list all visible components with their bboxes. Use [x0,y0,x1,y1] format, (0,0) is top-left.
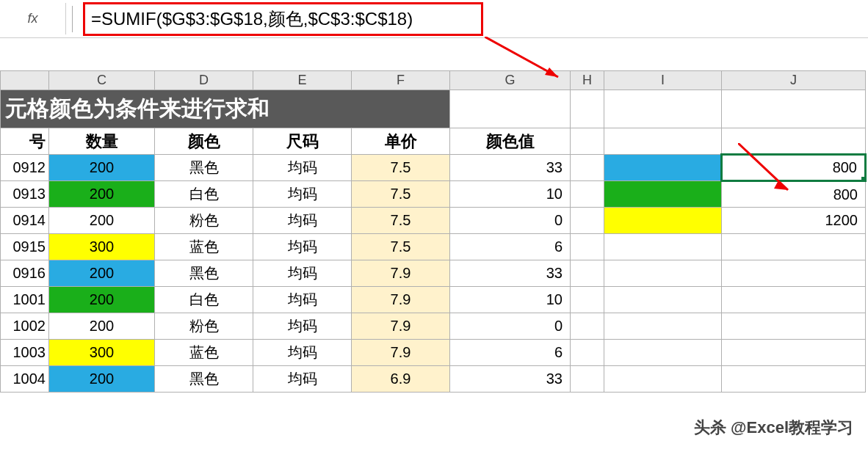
cell-qty[interactable]: 300 [49,234,155,260]
hdr-id[interactable]: 号 [1,128,49,155]
cell[interactable] [604,287,722,313]
cell-qty[interactable]: 200 [49,313,155,340]
colhdr-H[interactable]: H [571,71,604,90]
cell[interactable] [571,208,604,234]
cell-id[interactable]: 1004 [1,366,49,393]
cell-qty[interactable]: 200 [49,208,155,234]
cell-price[interactable]: 7.5 [352,155,450,181]
hdr-price[interactable]: 单价 [352,128,450,155]
cell-price[interactable]: 7.5 [352,181,450,208]
cell-price[interactable]: 7.5 [352,208,450,234]
colhdr-F[interactable]: F [352,71,450,90]
cell-price[interactable]: 7.9 [352,260,450,287]
cell-size[interactable]: 均码 [253,208,352,234]
hdr-color[interactable]: 颜色 [155,128,253,155]
color-swatch[interactable] [604,208,722,234]
sum-result-cell[interactable]: 800 [722,155,866,181]
hdr-cval[interactable]: 颜色值 [450,128,571,155]
cell[interactable] [604,340,722,366]
cell-id[interactable]: 1003 [1,340,49,366]
cell[interactable] [571,366,604,393]
cell[interactable] [604,90,722,128]
cell[interactable] [604,366,722,393]
cell[interactable] [571,234,604,260]
cell[interactable] [722,366,866,393]
cell-cval[interactable]: 10 [450,181,571,208]
cell-size[interactable]: 均码 [253,313,352,340]
cell[interactable] [571,340,604,366]
spreadsheet-grid[interactable]: C D E F G H I J 元格颜色为条件来进行求和 号 数量 颜色 尺码 … [0,70,868,393]
cell-qty[interactable]: 200 [49,287,155,313]
cell-color[interactable]: 黑色 [155,366,253,393]
cell-price[interactable]: 7.5 [352,234,450,260]
cell-color[interactable]: 黑色 [155,260,253,287]
cell[interactable] [604,234,722,260]
cell-color[interactable]: 粉色 [155,313,253,340]
cell[interactable] [722,90,866,128]
sum-result-cell[interactable]: 1200 [722,208,866,234]
colhdr-I[interactable]: I [604,71,722,90]
cell-color[interactable]: 白色 [155,181,253,208]
cell-color[interactable]: 黑色 [155,155,253,181]
formula-input[interactable]: =SUMIF($G$3:$G$18,颜色,$C$3:$C$18) [83,2,483,36]
colhdr-G[interactable]: G [450,71,571,90]
colhdr-E[interactable]: E [253,71,352,90]
cell-qty[interactable]: 200 [49,181,155,208]
cell-qty[interactable]: 300 [49,340,155,366]
cell-cval[interactable]: 10 [450,287,571,313]
cell-cval[interactable]: 6 [450,340,571,366]
cell[interactable] [604,313,722,340]
cell-qty[interactable]: 200 [49,155,155,181]
cell-cval[interactable]: 0 [450,313,571,340]
cell-price[interactable]: 7.9 [352,340,450,366]
cell-qty[interactable]: 200 [49,260,155,287]
cell[interactable] [571,313,604,340]
cell-size[interactable]: 均码 [253,181,352,208]
cell[interactable] [571,260,604,287]
cell[interactable] [571,90,604,128]
cell-qty[interactable]: 200 [49,366,155,393]
cell-price[interactable]: 7.9 [352,313,450,340]
cell-size[interactable]: 均码 [253,340,352,366]
cell[interactable] [722,340,866,366]
cell-size[interactable]: 均码 [253,234,352,260]
cell-cval[interactable]: 0 [450,208,571,234]
cell[interactable] [604,128,722,155]
cell[interactable] [450,90,571,128]
cell-color[interactable]: 白色 [155,287,253,313]
cell-size[interactable]: 均码 [253,287,352,313]
cell[interactable] [722,234,866,260]
cell-price[interactable]: 6.9 [352,366,450,393]
cell-size[interactable]: 均码 [253,260,352,287]
cell-color[interactable]: 蓝色 [155,340,253,366]
cell-id[interactable]: 0912 [1,155,49,181]
cell-size[interactable]: 均码 [253,155,352,181]
hdr-qty[interactable]: 数量 [49,128,155,155]
color-swatch[interactable] [604,155,722,181]
cell-price[interactable]: 7.9 [352,287,450,313]
colhdr-C[interactable]: C [49,71,155,90]
cell-cval[interactable]: 33 [450,366,571,393]
cell[interactable] [571,287,604,313]
cell[interactable] [722,287,866,313]
cell-cval[interactable]: 33 [450,260,571,287]
cell-cval[interactable]: 6 [450,234,571,260]
cell-id[interactable]: 0915 [1,234,49,260]
cell-id[interactable]: 0916 [1,260,49,287]
fx-icon[interactable]: fx [0,3,66,34]
cell-color[interactable]: 粉色 [155,208,253,234]
column-headers[interactable]: C D E F G H I J [1,71,866,90]
cell-id[interactable]: 1001 [1,287,49,313]
cell[interactable] [722,313,866,340]
cell-size[interactable]: 均码 [253,366,352,393]
cell-color[interactable]: 蓝色 [155,234,253,260]
cell-id[interactable]: 1002 [1,313,49,340]
colhdr-B[interactable] [1,71,49,90]
colhdr-D[interactable]: D [155,71,253,90]
color-swatch[interactable] [604,181,722,208]
hdr-size[interactable]: 尺码 [253,128,352,155]
cell[interactable] [571,128,604,155]
sum-result-cell[interactable]: 800 [722,181,866,208]
cell-id[interactable]: 0913 [1,181,49,208]
cell-cval[interactable]: 33 [450,155,571,181]
